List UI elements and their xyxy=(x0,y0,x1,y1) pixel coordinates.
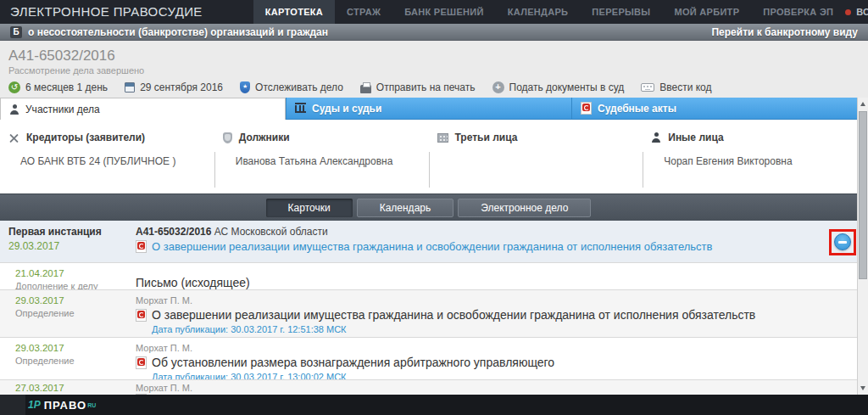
nav-item-pereryvy[interactable]: ПЕРЕРЫВЫ xyxy=(580,0,662,24)
row-date: 29.03.2017 xyxy=(15,343,136,353)
tab-courts-judges-label: Суды и судьи xyxy=(312,103,381,115)
nav-item-proverka-ep[interactable]: ПРОВЕРКА ЭП xyxy=(751,0,845,24)
calendar-icon xyxy=(125,82,135,93)
documents-list: Первая инстанция 29.03.2017 А41-65032/20… xyxy=(0,221,857,395)
row-court-name: АС Московской области xyxy=(214,226,328,238)
keyboard-icon xyxy=(641,83,654,92)
track-case-button[interactable]: Отслеживать дело xyxy=(240,81,343,93)
publication-date-link[interactable]: Дата публикации: 30.03.2017 г. 13:00:02 … xyxy=(152,372,857,380)
nav-item-moy-arbitr[interactable]: МОЙ АРБИТР xyxy=(662,0,751,24)
document-link[interactable]: О завершении реализации имущества гражда… xyxy=(152,240,712,253)
instance-row: Первая инстанция 29.03.2017 А41-65032/20… xyxy=(0,221,857,263)
tab-judicial-acts-label: Судебные акты xyxy=(598,103,676,115)
switch-to-bankruptcy-view-link[interactable]: Перейти к банкротному виду xyxy=(711,26,858,38)
case-duration-button[interactable]: 6 месяцев 1 день xyxy=(8,81,108,93)
third-party-name xyxy=(429,152,643,188)
case-duration-label: 6 месяцев 1 день xyxy=(25,81,108,93)
pdf-icon[interactable] xyxy=(136,356,147,369)
track-case-label: Отслеживать дело xyxy=(255,81,343,93)
history-icon xyxy=(8,81,20,93)
login-button[interactable]: ВОЙТИ xyxy=(845,0,868,24)
section-tabs: Участники дела Суды и судьи Судебные акт… xyxy=(0,98,857,120)
bankruptcy-badge-icon: Б xyxy=(10,26,22,38)
pravo-logo-icon: 1Р xyxy=(28,399,41,411)
view-tab-calendar[interactable]: Календарь xyxy=(357,199,454,217)
case-number: А41-65032/2016 xyxy=(8,41,868,64)
row-doc-type: Определение xyxy=(15,356,136,366)
other-persons-title: Иные лица xyxy=(668,132,723,143)
pdf-icon xyxy=(136,394,147,395)
row-date: 21.04.2017 xyxy=(15,268,136,278)
creditor-name: АО БАНК ВТБ 24 (ПУБЛИЧНОЕ ) xyxy=(0,152,214,188)
collapse-row-button[interactable] xyxy=(834,233,851,250)
top-nav: ЭЛЕКТРОННОЕ ПРАВОСУДИЕ КАРТОТЕКА СТРАЖ Б… xyxy=(0,0,868,24)
courthouse-icon xyxy=(295,104,306,113)
scroll-down-arrow-icon[interactable] xyxy=(860,386,865,390)
print-label: Отправить на печать xyxy=(376,81,476,93)
case-toolbar: 6 месяцев 1 день 29 сентября 2016 Отслеж… xyxy=(8,81,868,93)
other-persons-column: Иные лица Чорап Евгения Викторовна xyxy=(643,120,857,193)
pdf-icon[interactable] xyxy=(136,240,147,253)
view-tab-electronic-case[interactable]: Электронное дело xyxy=(458,199,591,217)
person-dark-icon xyxy=(651,132,661,143)
banner-title: о несостоятельности (банкротстве) органи… xyxy=(28,26,328,38)
case-header: А41-65032/2016 Рассмотрение дела заверше… xyxy=(0,41,868,98)
debtors-title: Должники xyxy=(239,132,290,143)
creditors-title: Кредиторы (заявители) xyxy=(26,132,145,143)
enter-code-button[interactable]: Ввести код xyxy=(641,81,711,93)
case-type-banner: Б о несостоятельности (банкротстве) орга… xyxy=(0,24,868,41)
submit-documents-button[interactable]: Подать документы в суд xyxy=(492,81,625,93)
document-title: Об установлении размера вознаграждения а… xyxy=(152,356,554,369)
submit-documents-label: Подать документы в суд xyxy=(509,81,625,93)
other-person-name: Чорап Евгения Викторовна xyxy=(643,152,857,188)
scroll-up-arrow-icon[interactable] xyxy=(860,102,865,106)
crossed-swords-icon xyxy=(8,132,19,143)
plus-icon xyxy=(492,81,504,93)
nav-item-strazh[interactable]: СТРАЖ xyxy=(335,0,392,24)
case-date-button[interactable]: 29 сентября 2016 xyxy=(125,81,223,93)
brand-logo: ЭЛЕКТРОННОЕ ПРАВОСУДИЕ xyxy=(0,0,213,24)
document-row: 27.03.2017 Морхат П. М. xyxy=(0,380,857,395)
main-menu: КАРТОТЕКА СТРАЖ БАНК РЕШЕНИЙ КАЛЕНДАРЬ П… xyxy=(253,0,846,24)
judge-name: Морхат П. М. xyxy=(136,295,857,306)
pravo-logo-suffix: RU xyxy=(87,402,96,408)
row-date: 29.03.2017 xyxy=(8,240,136,252)
printer-icon xyxy=(360,85,371,93)
publication-date-link[interactable]: Дата публикации: 30.03.2017 г. 12:51:38 … xyxy=(152,324,857,334)
shield-grey-icon xyxy=(223,132,232,143)
case-date-label: 29 сентября 2016 xyxy=(140,81,223,93)
nav-item-kalendar[interactable]: КАЛЕНДАРЬ xyxy=(496,0,581,24)
pdf-icon xyxy=(581,102,592,115)
page: ЭЛЕКТРОННОЕ ПРАВОСУДИЕ КАРТОТЕКА СТРАЖ Б… xyxy=(0,0,868,415)
creditors-column: Кредиторы (заявители) АО БАНК ВТБ 24 (ПУ… xyxy=(0,120,214,193)
tab-courts-judges[interactable]: Суды и судьи xyxy=(286,98,571,120)
row-date: 29.03.2017 xyxy=(15,295,136,306)
judge-name: Морхат П. М. xyxy=(136,343,857,353)
case-status: Рассмотрение дела завершено xyxy=(8,65,868,76)
footer: 1Р ПРАВО RU xyxy=(0,395,868,415)
vertical-scrollbar[interactable] xyxy=(857,98,868,395)
nav-item-kartoteka[interactable]: КАРТОТЕКА xyxy=(253,0,335,24)
instance-label: Первая инстанция xyxy=(8,226,136,238)
scrollbar-thumb[interactable] xyxy=(859,111,867,279)
pravo-logo-text[interactable]: ПРАВО xyxy=(44,399,86,412)
tab-participants-label: Участники дела xyxy=(25,104,100,115)
document-row: 29.03.2017 Определение Морхат П. М. Об у… xyxy=(0,338,857,380)
row-doc-type: Определение xyxy=(15,308,136,318)
judge-name: Морхат П. М. xyxy=(136,383,857,393)
tab-judicial-acts[interactable]: Судебные акты xyxy=(571,98,857,120)
row-doc-type: Дополнение к делу xyxy=(15,281,136,290)
row-date: 27.03.2017 xyxy=(15,383,136,393)
debtor-name: Иванова Татьяна Александровна xyxy=(214,152,429,188)
document-row: 21.04.2017 Дополнение к делу Письмо (исх… xyxy=(0,263,857,290)
view-tab-cards[interactable]: Карточки xyxy=(266,199,353,217)
print-button[interactable]: Отправить на печать xyxy=(360,81,476,93)
tab-participants[interactable]: Участники дела xyxy=(0,98,286,120)
person-icon xyxy=(9,104,19,115)
grid-icon xyxy=(437,133,448,143)
document-row: 29.03.2017 Определение Морхат П. М. О за… xyxy=(0,290,857,338)
enter-code-label: Ввести код xyxy=(659,81,711,93)
pdf-icon[interactable] xyxy=(136,309,147,322)
nav-item-bank-resheniy[interactable]: БАНК РЕШЕНИЙ xyxy=(392,0,496,24)
view-switcher: Карточки Календарь Электронное дело xyxy=(0,193,857,221)
